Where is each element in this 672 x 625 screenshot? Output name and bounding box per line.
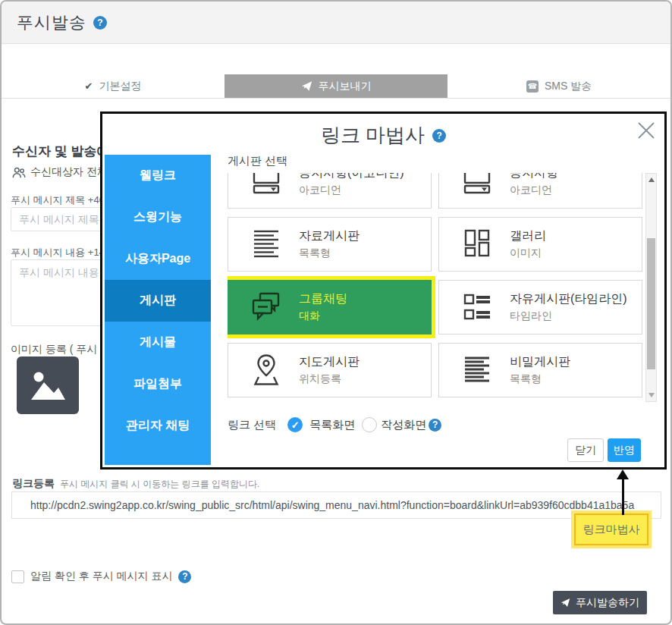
tile-subtitle: 위치등록: [299, 372, 360, 386]
help-icon[interactable]: ?: [178, 570, 191, 583]
tile-title: 자료게시판: [299, 228, 360, 244]
tile-title: 비밀게시판: [510, 354, 570, 370]
gallery-icon: [460, 227, 495, 262]
sidebar-item-post[interactable]: 게시물: [105, 322, 211, 363]
board-tile-gallery[interactable]: 갤러리 이미지: [438, 217, 642, 272]
sidebar-item-file-attach[interactable]: 파일첨부: [105, 363, 211, 405]
board-tile-free-timeline[interactable]: 자유게시판(타임라인) 타임라인: [438, 280, 642, 334]
help-icon[interactable]: ?: [432, 129, 446, 143]
radio-list-label: 목록화면: [309, 418, 355, 432]
link-select-label: 링크 선택: [228, 418, 276, 432]
annotation-arrow-line: [622, 479, 624, 515]
modal-sidebar: 웰링크 스윙기능 사용자Page 게시판 게시물 파일첨부 관리자 채팅: [105, 155, 211, 465]
push-content-label: 푸시 메시지 내용 +14: [11, 246, 105, 259]
modal-close-button[interactable]: 닫기: [567, 438, 604, 462]
sidebar-item-weblink[interactable]: 웰링크: [105, 155, 211, 196]
close-icon[interactable]: [636, 120, 657, 141]
board-tile-group-chat[interactable]: 그룹채팅 대화: [228, 280, 432, 334]
radio-list-screen[interactable]: ✓: [287, 417, 303, 432]
board-list-scrollbar[interactable]: [645, 173, 657, 402]
chat-icon: [249, 290, 284, 325]
recipient-row[interactable]: 수신대상자 전체: [12, 165, 108, 179]
board-tile-archive[interactable]: 자료게시판 목록형: [228, 217, 432, 272]
radio-write-label: 작성화면: [381, 418, 426, 432]
link-register-label: 링크등록: [12, 477, 55, 491]
tile-title: 지도게시판: [299, 354, 360, 370]
radio-write-screen[interactable]: [362, 417, 377, 432]
board-tile-map[interactable]: 지도게시판 위치등록: [228, 343, 432, 397]
recipient-all-label: 수신대상자 전체: [30, 165, 108, 179]
board-select-label: 게시판 선택: [228, 154, 287, 168]
tile-subtitle: 이미지: [510, 247, 546, 260]
tile-subtitle: 대화: [299, 309, 347, 323]
link-select-row: 링크 선택 ✓ 목록화면 작성화면 ?: [228, 417, 441, 432]
link-register-row: 링크등록 푸시 메시지 클릭 시 이동하는 링크를 입력합니다.: [12, 477, 259, 491]
map-pin-icon: [249, 353, 284, 388]
scroll-up-arrow[interactable]: [646, 174, 656, 185]
tile-title: 공지사항: [510, 173, 558, 181]
sidebar-item-user-page[interactable]: 사용자Page: [105, 238, 211, 280]
accordion-icon: [460, 173, 495, 199]
modal-apply-button[interactable]: 반영: [608, 438, 641, 462]
notify-checkbox-label: 알림 확인 후 푸시 메시지 표시: [30, 570, 172, 583]
send-push-label: 푸시발송하기: [576, 596, 639, 610]
sidebar-item-swing-features[interactable]: 스윙기능: [105, 196, 211, 238]
push-title-label: 푸시 메시지 제목 +40: [11, 193, 105, 207]
tile-subtitle: 목록형: [299, 247, 360, 260]
app-window: 푸시발송 ? ✔ 기본설정 푸시보내기 ☎ SMS 발송 수신자 및 발송예 수…: [0, 0, 672, 625]
tile-title: 갤러리: [510, 228, 546, 244]
link-url-input[interactable]: [11, 492, 661, 519]
sidebar-item-board[interactable]: 게시판: [105, 280, 211, 322]
sidebar-item-admin-chat[interactable]: 관리자 채팅: [105, 405, 211, 447]
secret-list-icon: [460, 353, 495, 388]
scroll-down-arrow[interactable]: [646, 390, 656, 400]
board-tile-secret[interactable]: 비밀게시판 목록형: [438, 343, 642, 397]
scrollbar-thumb[interactable]: [647, 238, 655, 369]
people-icon: [12, 166, 26, 179]
help-icon[interactable]: ?: [429, 419, 441, 432]
list-icon: [249, 227, 284, 262]
board-tile-notice[interactable]: 공지사항 아코디언: [438, 173, 642, 209]
tile-title: 자유게시판(타임라인): [510, 291, 627, 307]
modal-title: 링크 마법사: [321, 122, 425, 149]
accordion-icon: [249, 173, 284, 199]
recipients-heading: 수신자 및 발송예: [12, 143, 109, 160]
link-register-desc: 푸시 메시지 클릭 시 이동하는 링크를 입력합니다.: [60, 478, 259, 491]
tile-title: 공지사항(아코디언): [299, 173, 404, 181]
link-wizard-modal: 링크 마법사 ? 웰링크 스윙기능 사용자Page 게시판 게시물 파일첨부 관…: [100, 111, 667, 470]
tile-subtitle: 목록형: [510, 372, 570, 386]
board-grid: 공지사항(아코디언) 아코디언 공지사항 아코디언: [228, 173, 643, 397]
notify-checkbox[interactable]: [11, 570, 24, 583]
link-wizard-callout: 링크마법사: [574, 514, 648, 545]
board-list-viewport: 공지사항(아코디언) 아코디언 공지사항 아코디언: [228, 173, 643, 403]
image-upload-button[interactable]: [17, 356, 79, 414]
send-push-button[interactable]: 푸시발송하기: [553, 591, 647, 614]
tile-subtitle: 아코디언: [299, 184, 404, 197]
notify-checkbox-row: 알림 확인 후 푸시 메시지 표시 ?: [11, 570, 191, 583]
image-placeholder-icon: [26, 366, 70, 405]
tile-title: 그룹채팅: [299, 291, 347, 307]
modal-title-row: 링크 마법사 ?: [102, 122, 664, 149]
board-tile-notice-accordion[interactable]: 공지사항(아코디언) 아코디언: [228, 173, 432, 209]
tile-subtitle: 아코디언: [510, 184, 558, 197]
timeline-icon: [460, 290, 495, 325]
tile-subtitle: 타임라인: [510, 309, 627, 323]
paper-plane-icon: [561, 598, 570, 608]
image-upload-label: 이미지 등록 ( 푸시 이: [11, 343, 111, 356]
